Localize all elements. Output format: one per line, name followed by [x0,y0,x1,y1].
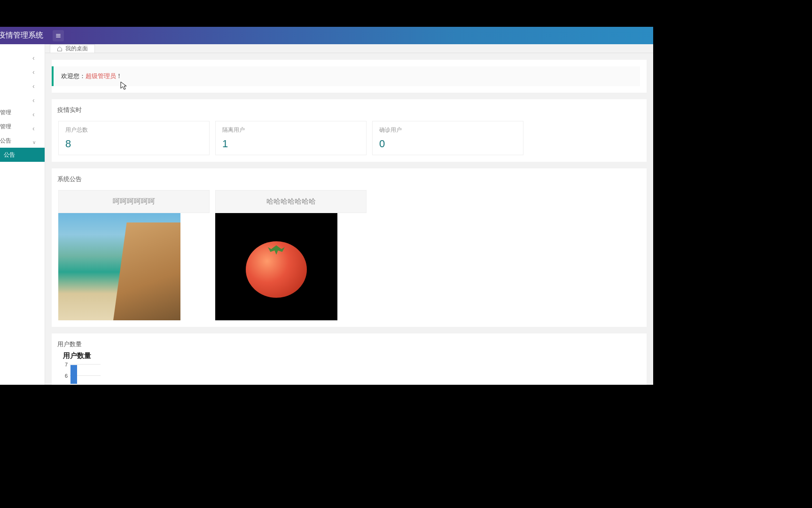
sidebar-item-1[interactable] [0,63,45,77]
sidebar-item-2[interactable] [0,77,45,91]
announcement-title: 呵呵呵呵呵呵 [58,190,210,213]
realtime-section: 疫情实时 用户总数 8 隔离用户 1 确诊用户 0 [52,99,647,162]
y-tick-7: 7 [63,362,68,367]
welcome-role: 超级管理员 [86,72,116,79]
tab-home[interactable]: 我的桌面 [50,44,95,53]
chevron-left-icon [32,111,36,114]
chevron-left-icon [32,125,36,128]
welcome-suffix: ！ [116,72,122,79]
chart-title: 用户数量 [63,351,640,360]
bar-chart: 7 6 [63,364,101,383]
home-icon [57,46,62,52]
chart-bar-1 [70,365,77,384]
announcement-card-1[interactable]: 呵呵呵呵呵呵 [58,190,210,320]
sidebar-item-manage-2[interactable]: 管理 [0,119,45,134]
tab-home-label: 我的桌面 [65,45,88,53]
stat-card-total-users: 用户总数 8 [58,121,210,155]
user-count-section: 用户数量 用户数量 7 6 [52,333,647,385]
announcements-title: 系统公告 [57,175,640,183]
chevron-left-icon [32,96,36,100]
announcement-card-2[interactable]: 哈哈哈哈哈哈哈 [215,190,367,320]
sidebar-item-manage-1[interactable]: 管理 [0,105,45,119]
y-tick-6: 6 [63,373,68,379]
welcome-prefix: 欢迎您： [61,72,86,79]
stat-label: 隔离用户 [222,126,359,134]
chevron-left-icon [32,54,36,58]
realtime-title: 疫情实时 [57,106,640,114]
stat-card-confirmed-users: 确诊用户 0 [372,121,523,155]
hamburger-icon [55,32,62,39]
app-title: 疫情管理系统 [0,31,43,40]
chevron-left-icon [32,68,36,72]
cursor-icon [120,81,127,91]
sidebar-item-0[interactable] [0,49,45,63]
announcement-title: 哈哈哈哈哈哈哈 [215,190,367,213]
menu-toggle-button[interactable] [53,30,64,41]
sidebar-item-announcement[interactable]: 公告 [0,134,45,148]
welcome-card: 欢迎您：超级管理员！ [52,60,647,93]
stat-label: 确诊用户 [379,126,516,134]
announcements-section: 系统公告 呵呵呵呵呵呵 哈哈哈哈哈哈哈 [52,168,647,327]
sidebar-item-announcement-active[interactable]: 公告 [0,148,45,162]
content-area: 我的桌面 欢迎您：超级管理员！ 疫情实时 用户总数 8 [45,44,653,385]
stat-label: 用户总数 [65,126,203,134]
stat-card-isolated-users: 隔离用户 1 [215,121,367,155]
announcement-image-tomato [215,213,337,320]
topbar: 疫情管理系统 [0,27,653,44]
announcement-image-beach [58,213,180,320]
stat-value: 0 [379,138,516,150]
stat-value: 1 [222,138,359,150]
user-count-title: 用户数量 [57,340,640,349]
sidebar: 管理 管理 公告 公告 [0,44,45,385]
stat-value: 8 [65,138,203,150]
chevron-down-icon [32,139,36,143]
chevron-left-icon [32,82,36,86]
tab-bar: 我的桌面 [45,44,653,53]
sidebar-item-3[interactable] [0,91,45,105]
